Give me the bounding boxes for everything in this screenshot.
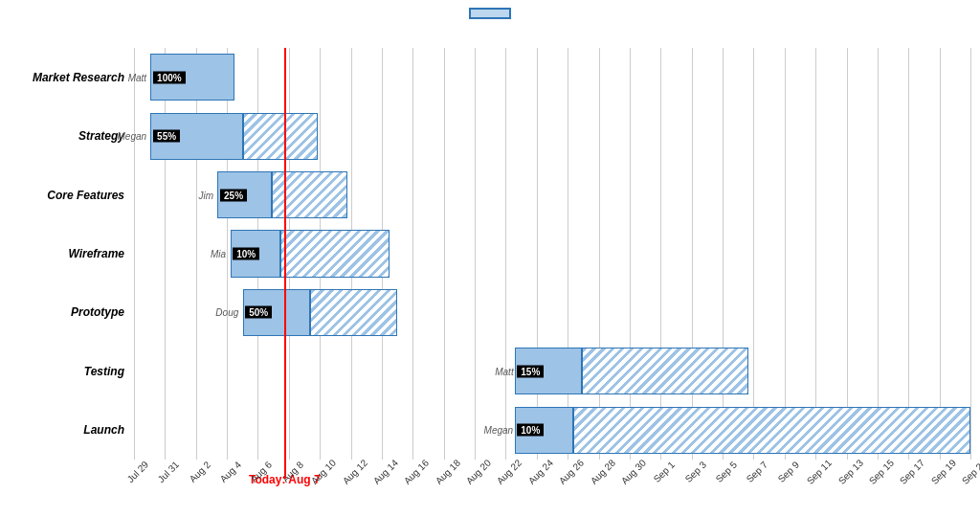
bar-row: Megan55% (134, 113, 970, 160)
x-tick: Sep 15 (867, 458, 896, 486)
x-tick: Aug 2 (187, 460, 212, 484)
x-tick: Jul 29 (125, 460, 151, 485)
x-tick: Aug 22 (495, 458, 523, 486)
row-label: Launch (83, 423, 124, 437)
bar-row: Matt15% (134, 348, 970, 394)
bar-hatch (280, 230, 390, 277)
x-tick: Aug 28 (588, 458, 616, 486)
bar-row: Mia10% (134, 230, 970, 277)
bar-row: Matt100% (134, 54, 970, 101)
bar-pct: 100% (153, 71, 186, 83)
x-tick: Sep 5 (714, 460, 739, 484)
bar-pct: 50% (245, 306, 272, 319)
person-label: Matt (128, 72, 146, 82)
x-tick: Aug 24 (526, 458, 555, 486)
today-line (284, 48, 286, 479)
gantt-area: Matt100%Megan55%Jim25%Mia10%Doug50%Matt1… (134, 48, 970, 460)
x-tick: Sep 1 (652, 460, 677, 484)
person-label: Jim (198, 190, 213, 200)
person-label: Mia (211, 248, 226, 258)
x-tick: Jul 31 (156, 460, 182, 485)
row-label: Wireframe (68, 247, 124, 260)
x-tick: Sep 21 (960, 458, 980, 486)
x-tick: Aug 26 (557, 458, 586, 486)
bar-row: Jim25% (134, 171, 970, 218)
bar-pct: 15% (517, 365, 544, 377)
person-label: Megan (118, 131, 147, 142)
x-tick: Sep 11 (805, 458, 834, 486)
bar-row: Doug50% (134, 289, 970, 336)
row-label: Testing (84, 365, 124, 378)
person-label: Megan (484, 425, 514, 436)
x-tick: Sep 17 (898, 458, 926, 486)
grid-line (970, 48, 971, 460)
x-axis: Jul 29Jul 31Aug 2Aug 4Aug 6Aug 8Aug 10Au… (134, 464, 970, 517)
x-tick: Sep 7 (745, 460, 769, 484)
x-tick: Sep 13 (835, 458, 864, 486)
x-tick: Aug 12 (340, 458, 368, 486)
person-label: Matt (495, 366, 513, 376)
x-tick: Aug 30 (619, 458, 648, 486)
person-label: Doug (215, 307, 238, 318)
bar-hatch (310, 289, 398, 336)
row-label: Prototype (71, 305, 124, 319)
row-labels: Market ResearchStrategyCore FeaturesWire… (0, 48, 132, 460)
bar-hatch (272, 171, 347, 218)
x-tick: Sep 3 (682, 460, 707, 484)
bar-hatch (573, 407, 970, 454)
bar-pct: 10% (517, 424, 544, 437)
x-tick: Aug 14 (371, 458, 400, 486)
row-label: Market Research (33, 71, 124, 84)
x-tick: Aug 18 (433, 458, 461, 486)
bar-pct: 25% (220, 189, 247, 201)
x-tick: Aug 16 (402, 458, 431, 486)
bar-pct: 55% (153, 130, 180, 143)
bar-row: Megan10% (134, 407, 970, 454)
chart-title (469, 8, 511, 19)
bar-hatch (582, 348, 749, 394)
x-tick: Aug 6 (249, 460, 274, 484)
x-tick: Sep 9 (776, 460, 801, 484)
x-tick: Aug 20 (464, 458, 493, 486)
chart-container: Market ResearchStrategyCore FeaturesWire… (0, 0, 980, 517)
x-tick: Aug 4 (218, 460, 243, 484)
row-label: Core Features (47, 189, 124, 202)
bar-pct: 10% (233, 247, 259, 259)
x-tick: Aug 10 (309, 458, 338, 486)
bar-hatch (243, 113, 319, 160)
x-tick: Sep 19 (928, 458, 957, 486)
